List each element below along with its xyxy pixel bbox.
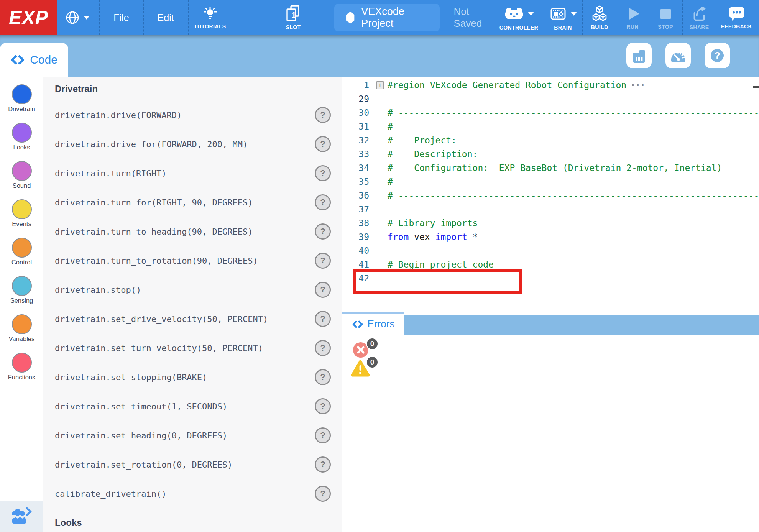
lightbulb-icon [202, 6, 218, 22]
drivetrain-category-icon[interactable] [12, 84, 32, 104]
sidebar-category-control[interactable]: Control [0, 238, 43, 276]
command-help-button[interactable]: ? [315, 311, 331, 327]
line-number: 31 [342, 122, 376, 131]
code-text: # Project: [388, 135, 457, 145]
brain-button[interactable]: BRAIN [544, 5, 582, 31]
command-help-button[interactable]: ? [315, 340, 331, 356]
code-line[interactable]: 32# Project: [342, 133, 759, 147]
code-text: # --------------------------------------… [388, 190, 759, 200]
command-help-button[interactable]: ? [315, 369, 331, 385]
command-row: drivetrain.drive(FORWARD)? [55, 100, 332, 130]
code-line[interactable]: 29 [342, 92, 759, 106]
language-menu[interactable] [57, 10, 99, 25]
variables-category-icon[interactable] [12, 314, 32, 334]
sidebar-category-functions[interactable]: Functions [0, 353, 43, 391]
command-snippet[interactable]: drivetrain.set_turn_velocity(50, PERCENT… [55, 343, 263, 353]
edit-menu[interactable]: Edit [144, 12, 188, 23]
file-menu[interactable]: File [100, 12, 143, 23]
feedback-button[interactable]: FEEDBACK [716, 6, 757, 30]
dashboard-button[interactable] [665, 43, 691, 68]
code-line[interactable]: 37 [342, 202, 759, 216]
command-snippet[interactable]: drivetrain.stop() [55, 285, 141, 295]
command-snippet[interactable]: drivetrain.turn_to_heading(90, DEGREES) [55, 227, 253, 236]
tab-code[interactable]: Code [0, 43, 68, 77]
help-button[interactable]: ? [705, 43, 730, 68]
code-line[interactable]: 34# Configuration: EXP BaseBot (Drivetra… [342, 161, 759, 175]
command-snippet[interactable]: drivetrain.set_timeout(1, SECONDS) [55, 402, 227, 411]
code-line[interactable]: 35# [342, 175, 759, 189]
control-category-icon[interactable] [12, 238, 32, 258]
command-help-button[interactable]: ? [315, 107, 331, 123]
tutorials-button[interactable]: TUTORIALS [191, 6, 229, 30]
exp-logo: EXP [0, 0, 57, 35]
code-line[interactable]: 41# Begin project code [342, 258, 759, 271]
sidebar-category-looks[interactable]: Looks [0, 123, 43, 161]
command-help-button[interactable]: ? [315, 253, 331, 269]
line-number: 36 [342, 190, 376, 200]
code-line[interactable]: 39from vex import * [342, 230, 759, 244]
sidebar-category-variables[interactable]: Variables [0, 314, 43, 353]
events-category-icon[interactable] [12, 199, 32, 219]
sidebar-category-sound[interactable]: Sound [0, 161, 43, 199]
code-line[interactable]: 33# Description: [342, 147, 759, 161]
fold-expand-icon[interactable]: + [376, 81, 384, 89]
sensing-category-icon[interactable] [12, 276, 32, 296]
command-help-button[interactable]: ? [315, 136, 331, 152]
category-label: Sensing [10, 297, 33, 304]
controller-button[interactable]: CONTROLLER [494, 5, 544, 31]
command-help-button[interactable]: ? [315, 398, 331, 414]
command-snippet[interactable]: drivetrain.drive_for(FORWARD, 200, MM) [55, 140, 248, 149]
chevron-down-icon[interactable] [528, 12, 534, 16]
code-line[interactable]: 40 [342, 244, 759, 258]
build-button[interactable]: BUILD [583, 5, 616, 30]
device-info-button[interactable] [626, 43, 652, 68]
project-name-button[interactable]: VEXcode Project [334, 4, 440, 31]
sidebar-category-events[interactable]: Events [0, 199, 43, 238]
sidebar-category-drivetrain[interactable]: Drivetrain [0, 84, 43, 123]
code-line[interactable]: 31# [342, 120, 759, 133]
code-line[interactable]: 36# ------------------------------------… [342, 189, 759, 202]
run-play-icon [624, 5, 641, 22]
code-editor[interactable]: 1+#region VEXcode Generated Robot Config… [342, 77, 759, 312]
sound-category-icon[interactable] [12, 161, 32, 181]
run-button[interactable]: RUN [616, 5, 649, 30]
command-help-button[interactable]: ? [315, 486, 331, 502]
line-number: 35 [342, 177, 376, 187]
command-snippet[interactable]: drivetrain.turn_for(RIGHT, 90, DEGREES) [55, 198, 253, 207]
folded-region-ellipsis[interactable]: ··· [630, 80, 645, 90]
line-number: 37 [342, 204, 376, 214]
command-panel: Drivetrain drivetrain.drive(FORWARD)?dri… [43, 77, 342, 532]
command-help-button[interactable]: ? [315, 282, 331, 298]
command-help-button[interactable]: ? [315, 427, 331, 443]
blocks-converter-button[interactable] [0, 501, 43, 532]
command-snippet[interactable]: drivetrain.drive(FORWARD) [55, 110, 182, 120]
editor-column: 1+#region VEXcode Generated Robot Config… [342, 77, 759, 532]
slot-button[interactable]: 1 SLOT [277, 5, 310, 30]
command-snippet[interactable]: drivetrain.set_stopping(BRAKE) [55, 373, 207, 382]
command-snippet[interactable]: drivetrain.turn_to_rotation(90, DEGREES) [55, 256, 258, 266]
stop-button[interactable]: STOP [649, 5, 682, 30]
command-snippet[interactable]: drivetrain.set_drive_velocity(50, PERCEN… [55, 314, 268, 324]
code-line[interactable]: 1+#region VEXcode Generated Robot Config… [342, 78, 759, 92]
command-help-button[interactable]: ? [315, 194, 331, 210]
code-segment-keyword: from [388, 232, 414, 242]
command-help-button[interactable]: ? [315, 456, 331, 473]
command-snippet[interactable]: drivetrain.set_heading(0, DEGREES) [55, 431, 227, 440]
looks-category-icon[interactable] [12, 123, 32, 143]
sidebar-category-sensing[interactable]: Sensing [0, 276, 43, 314]
functions-category-icon[interactable] [12, 353, 32, 373]
command-snippet[interactable]: drivetrain.set_rotation(0, DEGREES) [55, 460, 233, 470]
command-snippet[interactable]: calibrate_drivetrain() [55, 489, 166, 499]
command-snippet[interactable]: drivetrain.turn(RIGHT) [55, 169, 166, 178]
code-line-highlighted[interactable]: 42 [342, 271, 759, 285]
scrollbar-mark[interactable] [753, 86, 759, 88]
code-line[interactable]: 30# ------------------------------------… [342, 106, 759, 120]
chevron-down-icon[interactable] [571, 12, 577, 16]
tab-errors[interactable]: Errors [342, 312, 404, 335]
command-help-button[interactable]: ? [315, 165, 331, 181]
run-label: RUN [626, 24, 639, 30]
category-label: Functions [8, 374, 36, 381]
code-line[interactable]: 38# Library imports [342, 216, 759, 230]
command-help-button[interactable]: ? [315, 223, 331, 240]
share-button[interactable]: SHARE [683, 5, 716, 30]
